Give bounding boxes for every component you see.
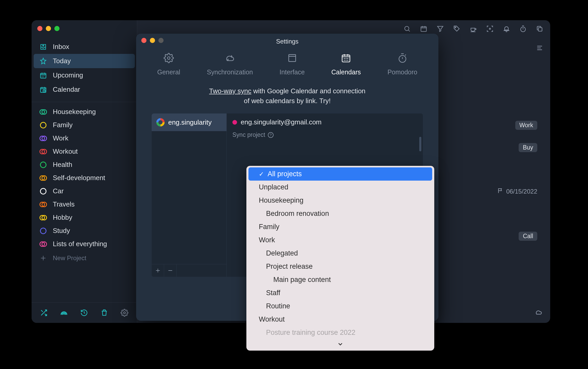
tag-icon[interactable]	[453, 25, 461, 33]
bell-icon[interactable]	[503, 25, 510, 33]
focus-icon[interactable]	[486, 25, 494, 33]
sync-project-dropdown[interactable]: ✓ All projects UnplacedHousekeepingBedro…	[246, 166, 434, 351]
project-study[interactable]: Study	[32, 224, 137, 237]
project-lists-of-everything[interactable]: Lists of everything	[32, 237, 137, 251]
project-ring-icon	[39, 121, 47, 129]
dropdown-item[interactable]: Main page content	[246, 273, 434, 286]
dropdown-item[interactable]: Housekeeping	[246, 194, 434, 207]
settings-tab-interface[interactable]: Interface	[280, 52, 305, 76]
calendar-grid-icon	[39, 72, 47, 79]
history-icon[interactable]	[80, 308, 89, 317]
gear-icon	[163, 52, 174, 64]
tab-label: Calendars	[331, 68, 361, 76]
new-project-label: New Project	[53, 254, 86, 262]
tag-work[interactable]: Work	[515, 121, 537, 130]
dropdown-item[interactable]: Family	[246, 220, 434, 233]
sync-blurb: Two-way sync with Google Calendar and co…	[136, 84, 438, 113]
project-label: Study	[53, 227, 70, 235]
dropdown-item[interactable]: Routine	[246, 300, 434, 313]
account-email: eng.singularity@gmail.com	[241, 118, 322, 126]
settings-tab-general[interactable]: General	[157, 52, 180, 76]
tag-buy[interactable]: Buy	[519, 143, 537, 152]
plus-icon	[39, 254, 47, 262]
minimize-window[interactable]	[46, 26, 51, 31]
project-health[interactable]: Health	[32, 158, 137, 171]
add-account-button[interactable]	[152, 264, 164, 277]
dropdown-item[interactable]: Unplaced	[246, 181, 434, 194]
svg-point-18	[40, 228, 46, 234]
settings-tab-synchronization[interactable]: Synchronization	[207, 52, 253, 76]
sidebar: InboxTodayUpcomingCalendar HousekeepingF…	[32, 20, 137, 323]
remove-account-button[interactable]	[164, 264, 177, 277]
settings-tab-pomodoro[interactable]: Pomodoro	[387, 52, 417, 76]
new-project-button[interactable]: New Project	[32, 251, 137, 266]
cloud-icon[interactable]	[535, 308, 542, 316]
project-label: Housekeeping	[53, 108, 96, 116]
maximize-window[interactable]	[54, 26, 60, 31]
sync-project-label: Sync project ?	[232, 131, 417, 138]
scrollbar-thumb[interactable]	[419, 137, 421, 151]
hamburger-icon[interactable]	[536, 44, 543, 52]
modal-close[interactable]	[141, 38, 146, 43]
coffee-icon[interactable]	[469, 25, 477, 33]
account-color-dot	[232, 120, 237, 125]
dropdown-item[interactable]: Posture training course 2022	[246, 326, 434, 339]
account-list: eng.singularity	[152, 113, 227, 277]
dropdown-item[interactable]: Staff	[246, 286, 434, 300]
dropdown-item[interactable]: Workout	[246, 313, 434, 326]
close-window[interactable]	[37, 26, 42, 31]
project-self-development[interactable]: Self-development	[32, 171, 137, 184]
window-icon	[286, 52, 298, 64]
calendar-icon[interactable]	[420, 25, 428, 33]
svg-point-24	[455, 27, 456, 28]
timer-icon	[397, 52, 408, 64]
dropdown-item-all-projects[interactable]: ✓ All projects	[248, 167, 432, 181]
svg-rect-27	[538, 27, 542, 31]
project-label: Health	[53, 161, 72, 169]
modal-minimize[interactable]	[150, 38, 155, 43]
svg-point-10	[40, 162, 46, 168]
dropdown-item[interactable]: Bedroom renovation	[246, 207, 434, 220]
project-ring-icon	[39, 161, 47, 169]
project-car[interactable]: Car	[32, 184, 137, 198]
project-label: Travels	[53, 200, 75, 208]
sync-blurb-link[interactable]: Two-way sync	[209, 87, 251, 95]
sidebar-nav: InboxTodayUpcomingCalendar	[32, 20, 137, 97]
account-item[interactable]: eng.singularity	[152, 113, 226, 131]
project-work[interactable]: Work	[32, 132, 137, 145]
help-icon[interactable]: ?	[268, 132, 274, 138]
flag-icon	[497, 188, 504, 195]
project-label: Family	[53, 121, 73, 129]
dropdown-item[interactable]: Work	[246, 233, 434, 247]
project-travels[interactable]: Travels	[32, 198, 137, 211]
dropdown-item[interactable]: Project release	[246, 260, 434, 273]
project-housekeeping[interactable]: Housekeeping	[32, 105, 137, 118]
tab-label: General	[157, 68, 180, 76]
settings-tab-calendars[interactable]: Calendars	[331, 52, 361, 76]
search-icon[interactable]	[403, 25, 411, 33]
modal-traffic-lights	[141, 38, 164, 43]
project-label: Lists of everything	[53, 240, 107, 248]
tag-call[interactable]: Call	[519, 232, 537, 241]
nav-inbox[interactable]: Inbox	[32, 40, 137, 54]
trash-icon[interactable]	[100, 308, 109, 317]
dropdown-item[interactable]: Delegated	[246, 247, 434, 260]
project-workout[interactable]: Workout	[32, 145, 137, 158]
filter-icon[interactable]	[436, 25, 444, 33]
settings-tabs: GeneralSynchronizationInterfaceCalendars…	[136, 45, 438, 84]
nav-today[interactable]: Today	[34, 54, 135, 68]
copy-icon[interactable]	[536, 25, 543, 33]
nav-upcoming[interactable]: Upcoming	[32, 68, 137, 82]
project-hobby[interactable]: Hobby	[32, 211, 137, 224]
google-logo-icon	[156, 118, 165, 126]
rainbow-icon[interactable]	[60, 308, 68, 317]
task-date: 06/15/2022	[497, 188, 537, 195]
shuffle-icon[interactable]	[39, 308, 48, 317]
timer-icon[interactable]	[519, 25, 527, 33]
dropdown-more-indicator[interactable]	[246, 339, 434, 351]
nav-calendar[interactable]: Calendar	[32, 82, 137, 97]
nav-label: Inbox	[53, 43, 69, 51]
modal-maximize[interactable]	[158, 38, 164, 43]
settings-gear-icon[interactable]	[120, 308, 129, 317]
project-family[interactable]: Family	[32, 118, 137, 132]
